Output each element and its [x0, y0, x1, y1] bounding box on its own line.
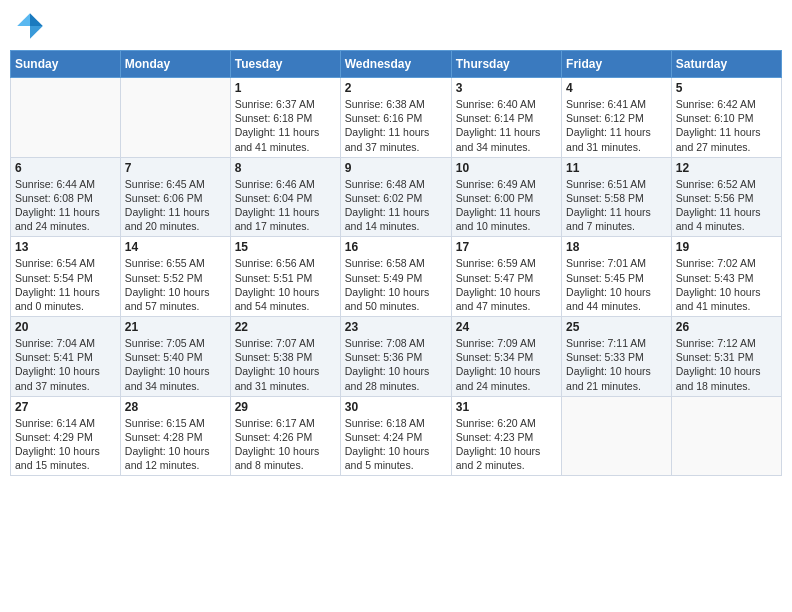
- calendar-cell: 26Sunrise: 7:12 AM Sunset: 5:31 PM Dayli…: [671, 317, 781, 397]
- day-number: 15: [235, 240, 336, 254]
- day-info: Sunrise: 7:12 AM Sunset: 5:31 PM Dayligh…: [676, 336, 777, 393]
- day-info: Sunrise: 6:15 AM Sunset: 4:28 PM Dayligh…: [125, 416, 226, 473]
- day-info: Sunrise: 7:02 AM Sunset: 5:43 PM Dayligh…: [676, 256, 777, 313]
- calendar-cell: 13Sunrise: 6:54 AM Sunset: 5:54 PM Dayli…: [11, 237, 121, 317]
- calendar-cell: 4Sunrise: 6:41 AM Sunset: 6:12 PM Daylig…: [562, 78, 672, 158]
- day-info: Sunrise: 7:11 AM Sunset: 5:33 PM Dayligh…: [566, 336, 667, 393]
- day-number: 6: [15, 161, 116, 175]
- day-number: 9: [345, 161, 447, 175]
- calendar-cell: 1Sunrise: 6:37 AM Sunset: 6:18 PM Daylig…: [230, 78, 340, 158]
- day-info: Sunrise: 6:44 AM Sunset: 6:08 PM Dayligh…: [15, 177, 116, 234]
- calendar-cell: 28Sunrise: 6:15 AM Sunset: 4:28 PM Dayli…: [120, 396, 230, 476]
- day-info: Sunrise: 6:41 AM Sunset: 6:12 PM Dayligh…: [566, 97, 667, 154]
- day-number: 23: [345, 320, 447, 334]
- day-number: 16: [345, 240, 447, 254]
- day-number: 24: [456, 320, 557, 334]
- day-number: 17: [456, 240, 557, 254]
- day-number: 25: [566, 320, 667, 334]
- calendar-cell: 19Sunrise: 7:02 AM Sunset: 5:43 PM Dayli…: [671, 237, 781, 317]
- day-number: 7: [125, 161, 226, 175]
- day-info: Sunrise: 6:45 AM Sunset: 6:06 PM Dayligh…: [125, 177, 226, 234]
- day-info: Sunrise: 6:54 AM Sunset: 5:54 PM Dayligh…: [15, 256, 116, 313]
- day-number: 29: [235, 400, 336, 414]
- calendar-cell: 8Sunrise: 6:46 AM Sunset: 6:04 PM Daylig…: [230, 157, 340, 237]
- day-number: 20: [15, 320, 116, 334]
- calendar-cell: [562, 396, 672, 476]
- calendar-cell: 2Sunrise: 6:38 AM Sunset: 6:16 PM Daylig…: [340, 78, 451, 158]
- day-number: 5: [676, 81, 777, 95]
- calendar-cell: 7Sunrise: 6:45 AM Sunset: 6:06 PM Daylig…: [120, 157, 230, 237]
- day-number: 21: [125, 320, 226, 334]
- day-number: 1: [235, 81, 336, 95]
- day-number: 2: [345, 81, 447, 95]
- calendar-cell: 16Sunrise: 6:58 AM Sunset: 5:49 PM Dayli…: [340, 237, 451, 317]
- day-info: Sunrise: 6:42 AM Sunset: 6:10 PM Dayligh…: [676, 97, 777, 154]
- day-info: Sunrise: 6:52 AM Sunset: 5:56 PM Dayligh…: [676, 177, 777, 234]
- calendar-cell: 6Sunrise: 6:44 AM Sunset: 6:08 PM Daylig…: [11, 157, 121, 237]
- calendar-week-row: 27Sunrise: 6:14 AM Sunset: 4:29 PM Dayli…: [11, 396, 782, 476]
- calendar-cell: [11, 78, 121, 158]
- calendar-cell: 20Sunrise: 7:04 AM Sunset: 5:41 PM Dayli…: [11, 317, 121, 397]
- day-number: 4: [566, 81, 667, 95]
- calendar-week-row: 6Sunrise: 6:44 AM Sunset: 6:08 PM Daylig…: [11, 157, 782, 237]
- calendar-cell: 17Sunrise: 6:59 AM Sunset: 5:47 PM Dayli…: [451, 237, 561, 317]
- day-info: Sunrise: 7:05 AM Sunset: 5:40 PM Dayligh…: [125, 336, 226, 393]
- weekday-header-row: SundayMondayTuesdayWednesdayThursdayFrid…: [11, 51, 782, 78]
- day-number: 11: [566, 161, 667, 175]
- day-number: 27: [15, 400, 116, 414]
- logo-icon: [14, 10, 46, 42]
- calendar-week-row: 13Sunrise: 6:54 AM Sunset: 5:54 PM Dayli…: [11, 237, 782, 317]
- day-number: 13: [15, 240, 116, 254]
- calendar-cell: 14Sunrise: 6:55 AM Sunset: 5:52 PM Dayli…: [120, 237, 230, 317]
- day-info: Sunrise: 7:04 AM Sunset: 5:41 PM Dayligh…: [15, 336, 116, 393]
- calendar-cell: 9Sunrise: 6:48 AM Sunset: 6:02 PM Daylig…: [340, 157, 451, 237]
- day-info: Sunrise: 7:01 AM Sunset: 5:45 PM Dayligh…: [566, 256, 667, 313]
- calendar-cell: 29Sunrise: 6:17 AM Sunset: 4:26 PM Dayli…: [230, 396, 340, 476]
- calendar-cell: 24Sunrise: 7:09 AM Sunset: 5:34 PM Dayli…: [451, 317, 561, 397]
- weekday-header-thursday: Thursday: [451, 51, 561, 78]
- calendar-cell: 25Sunrise: 7:11 AM Sunset: 5:33 PM Dayli…: [562, 317, 672, 397]
- day-info: Sunrise: 6:55 AM Sunset: 5:52 PM Dayligh…: [125, 256, 226, 313]
- svg-marker-1: [30, 26, 43, 39]
- weekday-header-tuesday: Tuesday: [230, 51, 340, 78]
- day-info: Sunrise: 6:49 AM Sunset: 6:00 PM Dayligh…: [456, 177, 557, 234]
- weekday-header-saturday: Saturday: [671, 51, 781, 78]
- calendar-cell: [671, 396, 781, 476]
- day-number: 14: [125, 240, 226, 254]
- day-number: 28: [125, 400, 226, 414]
- day-number: 3: [456, 81, 557, 95]
- weekday-header-sunday: Sunday: [11, 51, 121, 78]
- day-info: Sunrise: 7:08 AM Sunset: 5:36 PM Dayligh…: [345, 336, 447, 393]
- calendar-cell: 27Sunrise: 6:14 AM Sunset: 4:29 PM Dayli…: [11, 396, 121, 476]
- day-number: 19: [676, 240, 777, 254]
- day-number: 26: [676, 320, 777, 334]
- calendar-table: SundayMondayTuesdayWednesdayThursdayFrid…: [10, 50, 782, 476]
- day-info: Sunrise: 6:18 AM Sunset: 4:24 PM Dayligh…: [345, 416, 447, 473]
- calendar-cell: 5Sunrise: 6:42 AM Sunset: 6:10 PM Daylig…: [671, 78, 781, 158]
- logo: [14, 10, 48, 42]
- weekday-header-monday: Monday: [120, 51, 230, 78]
- day-number: 31: [456, 400, 557, 414]
- day-info: Sunrise: 6:58 AM Sunset: 5:49 PM Dayligh…: [345, 256, 447, 313]
- day-number: 10: [456, 161, 557, 175]
- day-info: Sunrise: 7:09 AM Sunset: 5:34 PM Dayligh…: [456, 336, 557, 393]
- page-header: [10, 10, 782, 42]
- calendar-cell: 31Sunrise: 6:20 AM Sunset: 4:23 PM Dayli…: [451, 396, 561, 476]
- day-info: Sunrise: 6:40 AM Sunset: 6:14 PM Dayligh…: [456, 97, 557, 154]
- calendar-cell: 21Sunrise: 7:05 AM Sunset: 5:40 PM Dayli…: [120, 317, 230, 397]
- calendar-cell: 15Sunrise: 6:56 AM Sunset: 5:51 PM Dayli…: [230, 237, 340, 317]
- svg-marker-2: [17, 13, 30, 26]
- calendar-cell: [120, 78, 230, 158]
- calendar-cell: 10Sunrise: 6:49 AM Sunset: 6:00 PM Dayli…: [451, 157, 561, 237]
- calendar-cell: 23Sunrise: 7:08 AM Sunset: 5:36 PM Dayli…: [340, 317, 451, 397]
- calendar-cell: 3Sunrise: 6:40 AM Sunset: 6:14 PM Daylig…: [451, 78, 561, 158]
- calendar-cell: 11Sunrise: 6:51 AM Sunset: 5:58 PM Dayli…: [562, 157, 672, 237]
- day-info: Sunrise: 6:59 AM Sunset: 5:47 PM Dayligh…: [456, 256, 557, 313]
- calendar-week-row: 20Sunrise: 7:04 AM Sunset: 5:41 PM Dayli…: [11, 317, 782, 397]
- day-number: 30: [345, 400, 447, 414]
- day-number: 22: [235, 320, 336, 334]
- day-info: Sunrise: 6:48 AM Sunset: 6:02 PM Dayligh…: [345, 177, 447, 234]
- calendar-cell: 12Sunrise: 6:52 AM Sunset: 5:56 PM Dayli…: [671, 157, 781, 237]
- day-info: Sunrise: 6:56 AM Sunset: 5:51 PM Dayligh…: [235, 256, 336, 313]
- day-info: Sunrise: 6:46 AM Sunset: 6:04 PM Dayligh…: [235, 177, 336, 234]
